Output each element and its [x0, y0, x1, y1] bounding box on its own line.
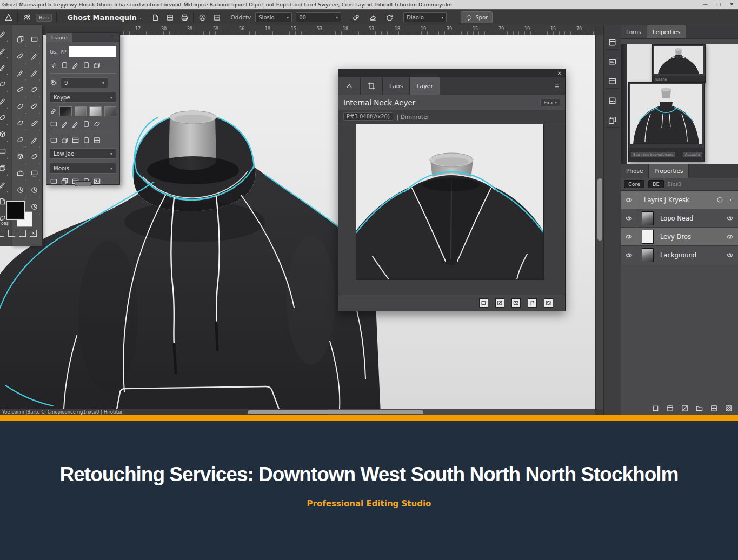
tool-case[interactable]: [13, 165, 27, 182]
value-input[interactable]: [69, 46, 116, 57]
pen-icon[interactable]: [71, 61, 79, 69]
rect-icon[interactable]: [30, 35, 38, 43]
collapse-arrow-button[interactable]: [338, 77, 361, 95]
pen-icon[interactable]: [0, 97, 6, 105]
dialog-close-icon[interactable]: ✕: [557, 69, 562, 77]
tool-copy[interactable]: [13, 31, 27, 48]
copy-icon[interactable]: [16, 35, 24, 43]
tool-stack[interactable]: [0, 159, 9, 176]
tool-ellipse[interactable]: [27, 81, 41, 98]
card-icon[interactable]: [608, 57, 617, 66]
tool-pen[interactable]: [27, 131, 41, 148]
page-icon[interactable]: [151, 14, 159, 22]
tool-pen[interactable]: [0, 25, 9, 42]
clip-icon[interactable]: [82, 120, 90, 128]
eye-icon[interactable]: [625, 196, 633, 204]
monitor-icon[interactable]: [30, 169, 38, 177]
pill-icon[interactable]: [16, 52, 24, 60]
workspace-switcher[interactable]: Ghost Mannequin: [67, 14, 137, 22]
tool-cube[interactable]: [13, 148, 27, 165]
pen-icon[interactable]: [0, 30, 6, 38]
board-icon[interactable]: [608, 77, 617, 86]
ellipse-icon[interactable]: [30, 152, 38, 161]
tag-icon[interactable]: [50, 79, 58, 87]
count-spinner[interactable]: 9▾: [61, 77, 108, 88]
pill-icon[interactable]: [16, 85, 24, 94]
dock-copy-button[interactable]: [606, 113, 620, 128]
tool-pen[interactable]: [0, 59, 9, 76]
link-icon[interactable]: [50, 108, 57, 115]
tab-layer[interactable]: Layer: [410, 77, 440, 95]
tool-cube[interactable]: [0, 126, 9, 143]
eye-icon[interactable]: [726, 233, 734, 241]
visibility-toggle[interactable]: [621, 228, 637, 245]
diag-icon[interactable]: [546, 300, 551, 306]
tool-pill[interactable]: [27, 98, 41, 115]
clock-icon[interactable]: [30, 186, 38, 194]
circles-icon[interactable]: [352, 14, 360, 22]
tool-pen[interactable]: [27, 48, 41, 64]
flag-button[interactable]: [528, 298, 537, 308]
stack-icon[interactable]: [0, 164, 6, 172]
panel-resize-grip[interactable]: [75, 181, 92, 186]
circleA-icon[interactable]: [198, 14, 207, 22]
cube-icon[interactable]: [0, 130, 6, 138]
visibility-toggle[interactable]: [621, 209, 637, 227]
checkbox-checked[interactable]: ✕: [30, 230, 37, 237]
ellipse-icon[interactable]: [30, 85, 38, 94]
preview-window-bust[interactable]: ruasna: [652, 44, 706, 83]
tool-monitor[interactable]: [27, 165, 41, 182]
bea-button[interactable]: Bea: [36, 14, 52, 22]
square-icon[interactable]: [651, 404, 660, 412]
flag-icon[interactable]: [529, 300, 535, 306]
scrollbar-thumb[interactable]: [597, 178, 602, 241]
spor-button[interactable]: Spor: [461, 11, 493, 23]
hamburger-menu-icon[interactable]: [553, 82, 561, 90]
pen-icon[interactable]: [0, 181, 6, 189]
pen-icon[interactable]: [0, 46, 6, 55]
close-icon[interactable]: [727, 197, 734, 203]
pen-icon[interactable]: [71, 120, 79, 128]
copy-icon[interactable]: [61, 177, 69, 185]
tab-phose[interactable]: Phose: [621, 164, 649, 178]
tool-ellipse[interactable]: [13, 115, 27, 131]
ellipse-icon[interactable]: [0, 114, 6, 122]
foreground-color-swatch[interactable]: [7, 202, 24, 219]
tool-ellipse[interactable]: [13, 131, 27, 148]
preview-window-hoodie[interactable]: Sau : ron beanurbeans Ausual d: [628, 82, 705, 162]
layer-row[interactable]: Lackground: [621, 246, 738, 264]
dock-thumb-button[interactable]: [606, 94, 620, 108]
folder-icon[interactable]: [695, 404, 703, 412]
page-icon[interactable]: [0, 197, 6, 205]
thumb-icon[interactable]: [213, 14, 221, 22]
koype-select[interactable]: Koype▾: [50, 92, 116, 103]
pattern-swatch[interactable]: [75, 106, 87, 116]
layer-thumbnail[interactable]: [642, 230, 654, 244]
layer-row[interactable]: Levy Dros: [621, 228, 738, 246]
tool-ellipse[interactable]: [27, 148, 41, 165]
img-button[interactable]: [511, 298, 521, 308]
img-icon[interactable]: [513, 300, 519, 306]
grid-icon[interactable]: [710, 404, 718, 412]
vertical-scrollbar[interactable]: [595, 35, 604, 409]
info-icon[interactable]: [716, 196, 723, 203]
tab-properties[interactable]: Properties: [649, 164, 689, 178]
cube-icon[interactable]: [16, 152, 24, 161]
stack-icon[interactable]: [93, 61, 101, 69]
tab-laos[interactable]: Laos: [383, 77, 410, 95]
checkbox[interactable]: [8, 230, 15, 237]
board-icon[interactable]: [71, 136, 79, 144]
clock-icon[interactable]: [30, 203, 38, 211]
tool-brush[interactable]: [27, 115, 41, 131]
layer-row[interactable]: Layris J Kryesk: [621, 191, 738, 209]
corner-icon[interactable]: [497, 300, 503, 306]
visibility-toggle[interactable]: [621, 246, 637, 264]
rotate-icon[interactable]: [385, 14, 394, 22]
eye-icon[interactable]: [625, 251, 633, 259]
printer-icon[interactable]: [181, 14, 189, 22]
tool-clock[interactable]: [13, 182, 27, 198]
blend-mode-select[interactable]: Core: [624, 180, 644, 188]
tool-ellipse[interactable]: [0, 109, 9, 126]
pill-icon[interactable]: [30, 102, 38, 110]
square-icon[interactable]: [481, 300, 487, 306]
